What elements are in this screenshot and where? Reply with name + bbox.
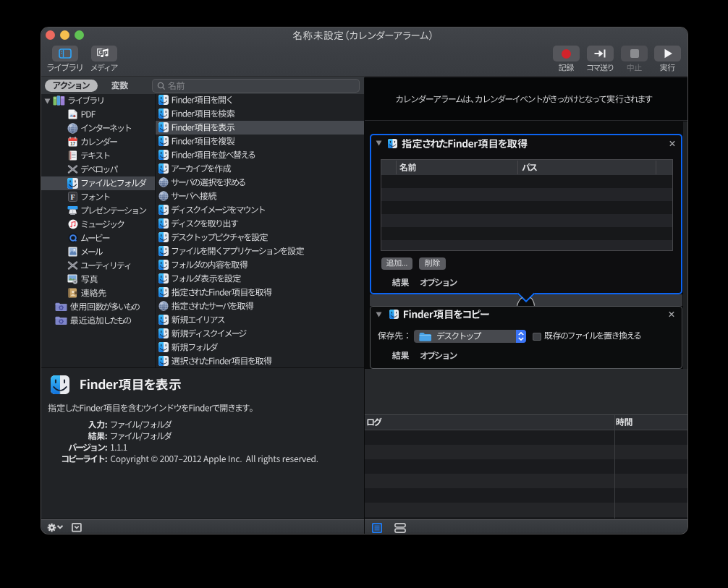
svg-text:17: 17 bbox=[70, 141, 76, 146]
svg-text:F: F bbox=[70, 193, 75, 201]
